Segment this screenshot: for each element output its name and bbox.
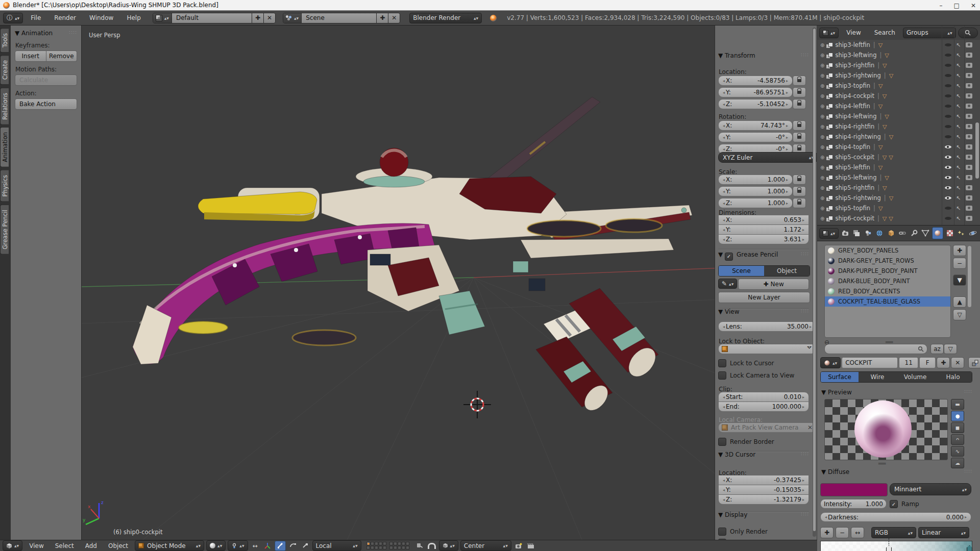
selectability-arrow-icon[interactable]: ↖ (956, 93, 961, 99)
rotation-mode-select[interactable]: XYZ Euler▲▼ (718, 152, 817, 163)
screen-layout-icon[interactable]: ▲▼ (153, 13, 172, 23)
mode-select[interactable]: Object Mode▲▼ (135, 540, 204, 551)
location-field[interactable]: ◂Z:-5.10452▸ (718, 99, 793, 109)
lock-icon[interactable] (793, 198, 806, 208)
render-restrict-camera-icon[interactable] (966, 195, 972, 201)
selectability-arrow-icon[interactable]: ↖ (956, 103, 961, 110)
snap-magnet-icon[interactable] (427, 541, 437, 550)
render-restrict-camera-icon[interactable] (966, 83, 972, 88)
viewport-shading-select[interactable]: ▲▼ (206, 540, 226, 551)
editor-type-info-button[interactable]: ⓘ▲▼ (3, 13, 23, 23)
panel-header-view[interactable]: ▼ View:::: (718, 308, 809, 315)
calculate-motion-paths-button[interactable]: Calculate (15, 74, 77, 86)
screen-layout-field[interactable]: Default (172, 13, 252, 23)
menu-render[interactable]: Render (48, 14, 82, 21)
slot-specials-button[interactable]: ▼ (953, 274, 966, 286)
selectability-arrow-icon[interactable]: ↖ (956, 205, 961, 212)
render-restrict-camera-icon[interactable] (966, 165, 972, 170)
visibility-eye-icon[interactable] (945, 105, 951, 108)
location-field[interactable]: ◂Y:-86.95751▸ (718, 87, 793, 97)
visibility-eye-icon[interactable] (945, 74, 951, 77)
selectability-arrow-icon[interactable]: ↖ (956, 164, 961, 171)
remove-material-slot-button[interactable]: − (953, 258, 966, 269)
location-field[interactable]: ◂X:-4.58756▸ (718, 76, 793, 86)
render-restrict-camera-icon[interactable] (966, 134, 972, 139)
lock-to-cursor-checkbox[interactable] (718, 359, 726, 367)
preview-monkey-button[interactable]: ᴖ (951, 434, 964, 445)
particles-icon[interactable] (956, 228, 967, 239)
outliner-row[interactable]: ⊕ ship3-leftfin | ▽ ↖ (817, 40, 980, 50)
render-restrict-camera-icon[interactable] (966, 216, 972, 221)
manipulator-axes-icon[interactable] (262, 541, 273, 550)
render-restrict-camera-icon[interactable] (966, 53, 972, 58)
material-slot-row[interactable]: GREY_BODY_PANELS (825, 245, 950, 256)
unlink-material-button[interactable]: ✕ (951, 357, 964, 368)
toolshelf-tab[interactable]: Relations (0, 88, 9, 125)
scene-icon[interactable]: ▲▼ (283, 13, 302, 23)
toolshelf-tab[interactable]: Tools (0, 28, 9, 53)
outliner-row[interactable]: ⊕ ship4-cockpit | ▽ ↖ (817, 91, 980, 101)
panel-header-3d-cursor[interactable]: ▼ 3D Cursor:::: (718, 451, 809, 458)
physics-icon[interactable] (967, 228, 978, 239)
clip-start-field[interactable]: ◂Start:0.010▸ (718, 392, 809, 402)
modifiers-icon[interactable] (909, 228, 920, 239)
ramp-interpolation-select[interactable]: Linear▲▼ (918, 527, 969, 538)
search-icon[interactable] (958, 28, 978, 38)
visibility-eye-icon[interactable] (945, 196, 951, 199)
visibility-eye-icon[interactable] (945, 115, 951, 118)
material-slot-row[interactable]: DARK-BLUE_BODY_PAINT (825, 276, 950, 286)
visibility-eye-icon[interactable] (945, 94, 951, 97)
material-browse-icon[interactable]: ▲▼ (820, 357, 841, 368)
panel-resize-handle[interactable]: ══ (878, 460, 886, 467)
visibility-eye-icon[interactable] (945, 135, 951, 138)
panel-header-preview[interactable]: ▼ Preview:::: (821, 389, 852, 396)
snap-target-select[interactable]: Center▲▼ (460, 540, 511, 551)
menu-object[interactable]: Object (104, 542, 133, 549)
menu-select[interactable]: Select (51, 542, 79, 549)
opengl-render-anim-icon[interactable] (526, 541, 536, 550)
darkness-slider[interactable]: ◂Darkness:0.000▸ (820, 512, 971, 522)
remove-keyframe-button[interactable]: Remove (46, 51, 78, 62)
toolshelf-tab[interactable]: Physics (0, 170, 9, 202)
new-material-button[interactable]: ✚ (937, 357, 950, 368)
visibility-eye-icon[interactable] (945, 186, 951, 189)
outliner-row[interactable]: ⊕ ship3-rightwing | ▽ ↖ (817, 70, 980, 81)
lens-field[interactable]: ◂Lens:35.000▸ (718, 321, 816, 332)
material-slot-row[interactable]: COCKPIT_TEAL-BLUE_GLASS (825, 296, 950, 307)
manipulator-scale-button[interactable] (300, 541, 310, 550)
preview-sphere-button[interactable]: ● (951, 411, 964, 421)
world-icon[interactable] (874, 228, 885, 239)
outliner-row[interactable]: ⊕ ship5-leftfin | ▽ ↖ (817, 162, 980, 172)
lock-icon[interactable] (793, 120, 806, 131)
outliner-menu-search[interactable]: Search (869, 29, 901, 36)
material-slot-row[interactable]: DARK-GREY_PLATE_ROWS (825, 256, 950, 266)
menu-window[interactable]: Window (84, 14, 119, 21)
selectability-arrow-icon[interactable]: ↖ (956, 174, 961, 181)
gp-object-tab[interactable]: Object (764, 266, 810, 276)
selectability-arrow-icon[interactable]: ↖ (956, 113, 961, 120)
render-restrict-camera-icon[interactable] (966, 206, 972, 211)
visibility-eye-icon[interactable] (945, 43, 951, 46)
scale-field[interactable]: ◂Y:1.000▸ (718, 186, 793, 196)
panel-header-diffuse[interactable]: ▼ Diffuse:::: (821, 468, 849, 475)
panel-header-transform[interactable]: ▼ Transform:::: (718, 52, 809, 59)
selectability-arrow-icon[interactable]: ↖ (956, 42, 961, 48)
preview-cube-button[interactable]: ◼ (951, 422, 964, 433)
insert-keyframe-button[interactable]: Insert (15, 51, 46, 62)
bake-action-button[interactable]: Bake Action (15, 98, 77, 110)
rotation-field[interactable]: ◂X:74.743°▸ (718, 120, 793, 131)
menu-add[interactable]: Add (81, 542, 102, 549)
render-layers-icon[interactable] (851, 228, 862, 239)
ramp-checkbox[interactable]: ✓ (890, 500, 898, 508)
selectability-arrow-icon[interactable]: ↖ (956, 72, 961, 79)
material-slot-row[interactable]: RED_BODY_ACCENTS (825, 286, 950, 296)
outliner-row[interactable]: ⊕ ship5-topfin | ▽ ↖ (817, 203, 980, 213)
sort-order-button[interactable]: ▽ (944, 344, 957, 354)
layer-grid[interactable] (366, 542, 409, 549)
menu-file[interactable]: File (25, 14, 46, 21)
lock-icon[interactable] (793, 87, 806, 97)
snap-element-select[interactable]: ▲▼ (439, 540, 458, 551)
selectability-arrow-icon[interactable]: ↖ (956, 62, 961, 69)
render-restrict-camera-icon[interactable] (966, 114, 972, 119)
selectability-arrow-icon[interactable]: ↖ (956, 185, 961, 191)
